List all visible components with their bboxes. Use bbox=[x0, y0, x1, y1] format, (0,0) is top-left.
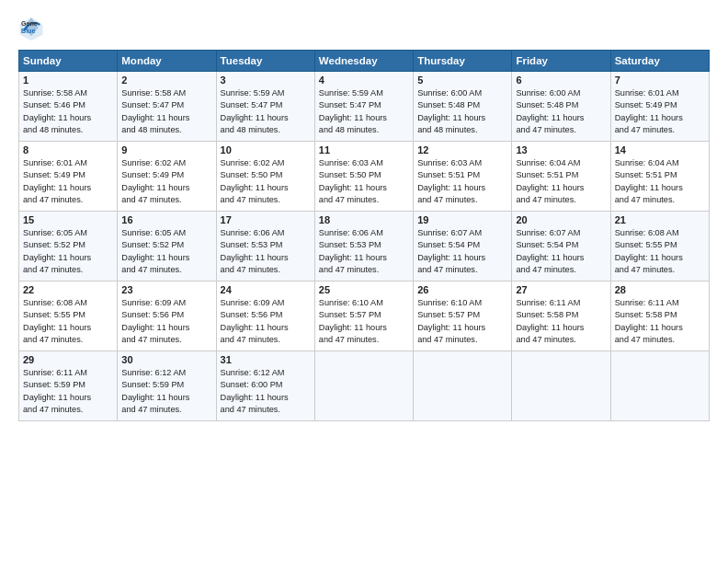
day-number: 3 bbox=[221, 75, 311, 86]
day-info: Sunrise: 6:00 AMSunset: 5:48 PMDaylight:… bbox=[417, 87, 507, 136]
day-info: Sunrise: 5:58 AMSunset: 5:47 PMDaylight:… bbox=[121, 87, 211, 136]
day-info: Sunrise: 6:04 AMSunset: 5:51 PMDaylight:… bbox=[516, 157, 606, 206]
day-number: 21 bbox=[615, 214, 705, 225]
calendar-cell: 3Sunrise: 5:59 AMSunset: 5:47 PMDaylight… bbox=[216, 72, 314, 142]
calendar-cell: 27Sunrise: 6:11 AMSunset: 5:58 PMDayligh… bbox=[512, 282, 610, 351]
calendar-cell: 10Sunrise: 6:02 AMSunset: 5:50 PMDayligh… bbox=[216, 142, 314, 212]
day-number: 2 bbox=[121, 75, 211, 86]
day-number: 22 bbox=[23, 284, 113, 295]
day-info: Sunrise: 6:02 AMSunset: 5:49 PMDaylight:… bbox=[121, 157, 211, 206]
day-info: Sunrise: 6:07 AMSunset: 5:54 PMDaylight:… bbox=[417, 227, 507, 276]
day-number: 20 bbox=[516, 214, 606, 225]
day-info: Sunrise: 6:02 AMSunset: 5:50 PMDaylight:… bbox=[221, 157, 311, 206]
day-info: Sunrise: 6:06 AMSunset: 5:53 PMDaylight:… bbox=[319, 227, 409, 276]
header-tuesday: Tuesday bbox=[216, 51, 314, 72]
calendar-cell: 12Sunrise: 6:03 AMSunset: 5:51 PMDayligh… bbox=[414, 142, 512, 212]
day-info: Sunrise: 6:06 AMSunset: 5:53 PMDaylight:… bbox=[221, 227, 311, 276]
day-number: 23 bbox=[121, 284, 211, 295]
day-info: Sunrise: 6:12 AMSunset: 6:00 PMDaylight:… bbox=[221, 367, 311, 416]
day-info: Sunrise: 6:10 AMSunset: 5:57 PMDaylight:… bbox=[417, 297, 507, 346]
calendar-table: SundayMondayTuesdayWednesdayThursdayFrid… bbox=[18, 50, 710, 421]
day-info: Sunrise: 6:11 AMSunset: 5:58 PMDaylight:… bbox=[516, 297, 606, 346]
day-number: 10 bbox=[221, 144, 311, 155]
calendar-cell: 30Sunrise: 6:12 AMSunset: 5:59 PMDayligh… bbox=[118, 351, 216, 421]
day-info: Sunrise: 6:01 AMSunset: 5:49 PMDaylight:… bbox=[23, 157, 113, 206]
calendar-cell: 2Sunrise: 5:58 AMSunset: 5:47 PMDaylight… bbox=[118, 72, 216, 142]
calendar-cell: 23Sunrise: 6:09 AMSunset: 5:56 PMDayligh… bbox=[118, 282, 216, 351]
svg-text:Blue: Blue bbox=[21, 28, 35, 34]
calendar-cell: 29Sunrise: 6:11 AMSunset: 5:59 PMDayligh… bbox=[19, 351, 118, 421]
day-number: 4 bbox=[319, 75, 409, 86]
header-saturday: Saturday bbox=[610, 51, 709, 72]
calendar-cell: 18Sunrise: 6:06 AMSunset: 5:53 PMDayligh… bbox=[314, 212, 413, 282]
header: Gene Blue bbox=[18, 15, 710, 40]
day-info: Sunrise: 6:07 AMSunset: 5:54 PMDaylight:… bbox=[516, 227, 606, 276]
calendar-cell: 17Sunrise: 6:06 AMSunset: 5:53 PMDayligh… bbox=[216, 212, 314, 282]
calendar-cell: 21Sunrise: 6:08 AMSunset: 5:55 PMDayligh… bbox=[610, 212, 709, 282]
header-row: SundayMondayTuesdayWednesdayThursdayFrid… bbox=[19, 51, 710, 72]
header-friday: Friday bbox=[512, 51, 610, 72]
day-number: 18 bbox=[319, 214, 409, 225]
header-thursday: Thursday bbox=[414, 51, 512, 72]
header-monday: Monday bbox=[118, 51, 216, 72]
day-number: 27 bbox=[516, 284, 606, 295]
day-info: Sunrise: 5:58 AMSunset: 5:46 PMDaylight:… bbox=[23, 87, 113, 136]
day-number: 24 bbox=[221, 284, 311, 295]
calendar-row-2: 8Sunrise: 6:01 AMSunset: 5:49 PMDaylight… bbox=[19, 142, 710, 212]
calendar-cell: 9Sunrise: 6:02 AMSunset: 5:49 PMDaylight… bbox=[118, 142, 216, 212]
calendar-cell bbox=[314, 351, 413, 421]
day-info: Sunrise: 6:11 AMSunset: 5:58 PMDaylight:… bbox=[615, 297, 705, 346]
calendar-cell: 26Sunrise: 6:10 AMSunset: 5:57 PMDayligh… bbox=[414, 282, 512, 351]
calendar-cell: 1Sunrise: 5:58 AMSunset: 5:46 PMDaylight… bbox=[19, 72, 118, 142]
day-info: Sunrise: 5:59 AMSunset: 5:47 PMDaylight:… bbox=[319, 87, 409, 136]
day-info: Sunrise: 6:08 AMSunset: 5:55 PMDaylight:… bbox=[23, 297, 113, 346]
day-info: Sunrise: 6:05 AMSunset: 5:52 PMDaylight:… bbox=[121, 227, 211, 276]
calendar-cell: 14Sunrise: 6:04 AMSunset: 5:51 PMDayligh… bbox=[610, 142, 709, 212]
calendar-cell: 11Sunrise: 6:03 AMSunset: 5:50 PMDayligh… bbox=[314, 142, 413, 212]
calendar-cell bbox=[512, 351, 610, 421]
calendar-cell bbox=[414, 351, 512, 421]
day-info: Sunrise: 6:11 AMSunset: 5:59 PMDaylight:… bbox=[23, 367, 113, 416]
calendar-cell: 7Sunrise: 6:01 AMSunset: 5:49 PMDaylight… bbox=[610, 72, 709, 142]
day-number: 9 bbox=[121, 144, 211, 155]
day-info: Sunrise: 6:08 AMSunset: 5:55 PMDaylight:… bbox=[615, 227, 705, 276]
day-number: 31 bbox=[221, 354, 311, 365]
calendar-row-3: 15Sunrise: 6:05 AMSunset: 5:52 PMDayligh… bbox=[19, 212, 710, 282]
calendar-row-4: 22Sunrise: 6:08 AMSunset: 5:55 PMDayligh… bbox=[19, 282, 710, 351]
calendar-row-5: 29Sunrise: 6:11 AMSunset: 5:59 PMDayligh… bbox=[19, 351, 710, 421]
day-info: Sunrise: 6:05 AMSunset: 5:52 PMDaylight:… bbox=[23, 227, 113, 276]
header-wednesday: Wednesday bbox=[314, 51, 413, 72]
calendar-cell: 22Sunrise: 6:08 AMSunset: 5:55 PMDayligh… bbox=[19, 282, 118, 351]
calendar-row-1: 1Sunrise: 5:58 AMSunset: 5:46 PMDaylight… bbox=[19, 72, 710, 142]
calendar-cell bbox=[610, 351, 709, 421]
calendar-cell: 25Sunrise: 6:10 AMSunset: 5:57 PMDayligh… bbox=[314, 282, 413, 351]
day-number: 1 bbox=[23, 75, 113, 86]
calendar-cell: 28Sunrise: 6:11 AMSunset: 5:58 PMDayligh… bbox=[610, 282, 709, 351]
calendar-cell: 6Sunrise: 6:00 AMSunset: 5:48 PMDaylight… bbox=[512, 72, 610, 142]
day-number: 25 bbox=[319, 284, 409, 295]
calendar-cell: 20Sunrise: 6:07 AMSunset: 5:54 PMDayligh… bbox=[512, 212, 610, 282]
day-number: 11 bbox=[319, 144, 409, 155]
day-number: 16 bbox=[121, 214, 211, 225]
svg-text:Gene: Gene bbox=[21, 20, 38, 27]
calendar-cell: 19Sunrise: 6:07 AMSunset: 5:54 PMDayligh… bbox=[414, 212, 512, 282]
day-number: 26 bbox=[417, 284, 507, 295]
day-info: Sunrise: 6:01 AMSunset: 5:49 PMDaylight:… bbox=[615, 87, 705, 136]
calendar-cell: 5Sunrise: 6:00 AMSunset: 5:48 PMDaylight… bbox=[414, 72, 512, 142]
header-sunday: Sunday bbox=[19, 51, 118, 72]
logo-icon: Gene Blue bbox=[18, 15, 44, 40]
day-number: 29 bbox=[23, 354, 113, 365]
day-number: 12 bbox=[417, 144, 507, 155]
day-number: 30 bbox=[121, 354, 211, 365]
calendar-cell: 15Sunrise: 6:05 AMSunset: 5:52 PMDayligh… bbox=[19, 212, 118, 282]
day-number: 28 bbox=[615, 284, 705, 295]
calendar-cell: 16Sunrise: 6:05 AMSunset: 5:52 PMDayligh… bbox=[118, 212, 216, 282]
day-number: 13 bbox=[516, 144, 606, 155]
calendar-cell: 31Sunrise: 6:12 AMSunset: 6:00 PMDayligh… bbox=[216, 351, 314, 421]
day-number: 14 bbox=[615, 144, 705, 155]
logo: Gene Blue bbox=[18, 15, 48, 40]
day-info: Sunrise: 6:00 AMSunset: 5:48 PMDaylight:… bbox=[516, 87, 606, 136]
day-number: 15 bbox=[23, 214, 113, 225]
day-number: 17 bbox=[221, 214, 311, 225]
day-info: Sunrise: 6:03 AMSunset: 5:50 PMDaylight:… bbox=[319, 157, 409, 206]
